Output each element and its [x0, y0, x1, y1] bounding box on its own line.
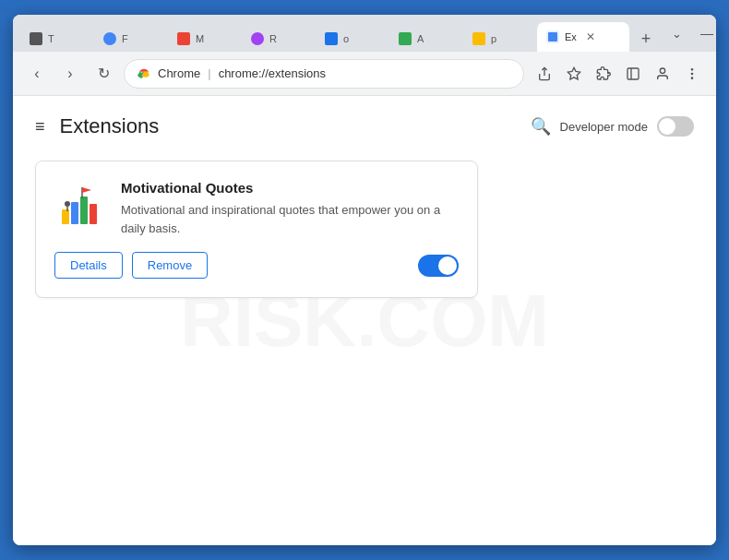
svg-rect-11 [71, 202, 78, 224]
header-left: ≡ Extensions [35, 114, 159, 138]
remove-button[interactable]: Remove [132, 252, 208, 279]
profile-icon[interactable] [650, 61, 675, 87]
svg-rect-12 [80, 197, 88, 224]
extension-icon [54, 180, 106, 232]
svg-point-16 [65, 201, 70, 207]
new-tab-button[interactable]: + [633, 26, 659, 52]
forward-button[interactable]: › [57, 61, 83, 87]
details-button[interactable]: Details [54, 252, 123, 279]
extensions-header: ≡ Extensions 🔍 Developer mode [35, 114, 694, 138]
extension-name: Motivational Quotes [121, 180, 459, 196]
svg-rect-10 [62, 209, 69, 224]
main-content: 🔍 RISK.COM ≡ Extensions 🔍 Developer mode [13, 96, 716, 545]
card-bottom: Details Remove [54, 252, 459, 279]
svg-marker-3 [568, 67, 580, 79]
window-controls: — □ ✕ [695, 24, 716, 42]
browser-name: Chrome [158, 66, 200, 80]
page-title: Extensions [60, 114, 160, 138]
svg-point-7 [691, 68, 692, 69]
svg-rect-0 [548, 32, 557, 42]
search-icon[interactable]: 🔍 [531, 116, 551, 137]
tab-r[interactable]: R [242, 26, 316, 52]
extension-enabled-toggle[interactable] [418, 255, 459, 277]
developer-mode-toggle[interactable] [657, 116, 694, 137]
developer-mode-label: Developer mode [560, 120, 648, 134]
reload-button[interactable]: ↻ [90, 61, 116, 87]
url-display: chrome://extensions [219, 66, 326, 80]
menu-icon[interactable] [679, 61, 705, 87]
tab-extensions-active[interactable]: Ex ✕ [537, 22, 629, 52]
tab-p[interactable]: p [463, 26, 537, 52]
toggle-knob [659, 118, 675, 135]
share-icon[interactable] [532, 61, 557, 87]
card-top: Motivational Quotes Motivational and ins… [54, 180, 459, 237]
address-field[interactable]: Chrome | chrome://extensions [124, 59, 524, 89]
tab-search-icon[interactable]: ⌄ [666, 25, 687, 42]
url-separator: | [208, 66, 210, 80]
title-bar: T F M R o A p [13, 15, 716, 52]
svg-marker-15 [82, 187, 91, 193]
card-buttons: Details Remove [54, 252, 208, 279]
svg-point-9 [691, 77, 692, 78]
extension-info: Motivational Quotes Motivational and ins… [121, 180, 459, 237]
tab-t[interactable]: T [20, 26, 94, 52]
extension-description: Motivational and inspirational quotes th… [121, 201, 459, 237]
minimize-button[interactable]: — [695, 24, 716, 42]
tabs-area: T F M R o A p [20, 15, 659, 52]
browser-window: T F M R o A p [13, 15, 716, 545]
extension-card: Motivational Quotes Motivational and ins… [35, 161, 478, 298]
extension-toggle-knob [438, 256, 457, 275]
svg-rect-13 [90, 204, 97, 224]
toolbar-icons [532, 61, 705, 87]
extensions-icon[interactable] [591, 61, 616, 87]
svg-point-6 [660, 68, 664, 73]
tab-close-icon[interactable]: ✕ [586, 30, 595, 43]
back-button[interactable]: ‹ [24, 61, 50, 87]
header-right: 🔍 Developer mode [531, 116, 694, 137]
sidebar-icon[interactable] [620, 61, 646, 87]
svg-rect-4 [627, 68, 639, 79]
hamburger-menu-icon[interactable]: ≡ [35, 117, 45, 137]
chrome-icon [137, 67, 150, 80]
address-bar: ‹ › ↻ Chrome | chrome://extensions [13, 52, 716, 96]
tab-m[interactable]: M [168, 26, 242, 52]
tab-o[interactable]: o [316, 26, 389, 52]
tab-a[interactable]: A [389, 26, 463, 52]
svg-point-8 [691, 73, 692, 74]
bookmark-icon[interactable] [561, 61, 587, 87]
tab-f[interactable]: F [94, 26, 168, 52]
